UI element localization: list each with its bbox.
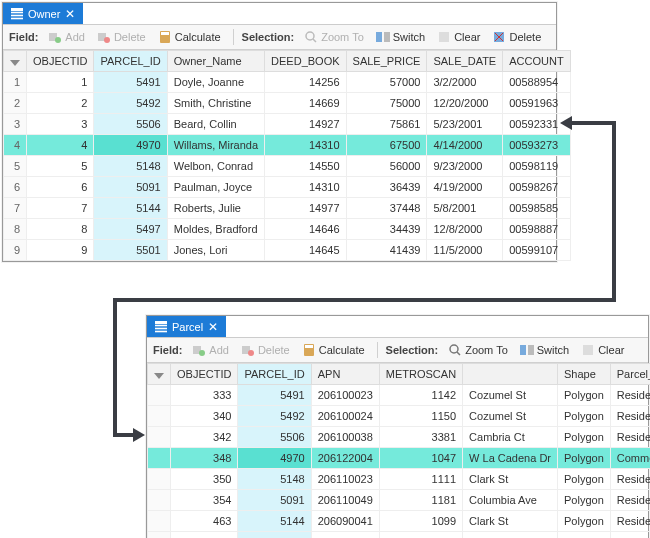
cell[interactable]: Beard, Collin: [167, 114, 264, 135]
cell[interactable]: Welbon, Conrad: [167, 156, 264, 177]
cell[interactable]: 00591963: [503, 93, 570, 114]
cell[interactable]: 464: [171, 532, 238, 539]
table-row[interactable]: 34255062061000383381Cambria CtPolygonRes…: [148, 427, 651, 448]
cell[interactable]: 5144: [94, 198, 167, 219]
column-header[interactable]: [463, 364, 558, 385]
cell[interactable]: 342: [171, 427, 238, 448]
cell[interactable]: Doyle, Joanne: [167, 72, 264, 93]
clear-button[interactable]: Clear: [433, 28, 484, 46]
cell[interactable]: Cambria Ct: [463, 427, 558, 448]
cell[interactable]: 1111: [379, 469, 462, 490]
switch-button[interactable]: Switch: [516, 341, 573, 359]
cell[interactable]: 206100029: [311, 532, 379, 539]
cell[interactable]: 1047: [379, 448, 462, 469]
cell[interactable]: 14550: [265, 156, 346, 177]
cell[interactable]: 14310: [265, 135, 346, 156]
column-header[interactable]: ACCOUNT: [503, 51, 570, 72]
cell[interactable]: Residential: [610, 490, 650, 511]
column-header[interactable]: OBJECTID: [27, 51, 94, 72]
table-row[interactable]: 46454972061000291111Cozumel StPolygonRes…: [148, 532, 651, 539]
column-header[interactable]: SALE_PRICE: [346, 51, 427, 72]
cell[interactable]: 14645: [265, 240, 346, 261]
cell[interactable]: 3: [27, 114, 94, 135]
cell[interactable]: 5491: [238, 385, 311, 406]
column-header[interactable]: Parcel_type: [610, 364, 650, 385]
cell[interactable]: 206100038: [311, 427, 379, 448]
delete-field-button[interactable]: Delete: [237, 341, 294, 359]
table-row[interactable]: 35051482061100231111Clark StPolygonResid…: [148, 469, 651, 490]
cell[interactable]: 4/19/2000: [427, 177, 503, 198]
cell[interactable]: 3/2/2000: [427, 72, 503, 93]
cell[interactable]: 1150: [379, 406, 462, 427]
cell[interactable]: Moldes, Bradford: [167, 219, 264, 240]
column-header[interactable]: OBJECTID: [171, 364, 238, 385]
cell[interactable]: 5492: [238, 406, 311, 427]
add-field-button[interactable]: Add: [188, 341, 233, 359]
table-row[interactable]: 34054922061000241150Cozumel StPolygonRes…: [148, 406, 651, 427]
cell[interactable]: 4970: [238, 448, 311, 469]
cell[interactable]: 11/5/2000: [427, 240, 503, 261]
cell[interactable]: 34439: [346, 219, 427, 240]
cell[interactable]: 1099: [379, 511, 462, 532]
table-row[interactable]: 46351442060900411099Clark StPolygonResid…: [148, 511, 651, 532]
cell[interactable]: 3381: [379, 427, 462, 448]
cell[interactable]: 206090041: [311, 511, 379, 532]
corner-header[interactable]: [4, 51, 27, 72]
table-row[interactable]: 665091Paulman, Joyce14310364394/19/20000…: [4, 177, 571, 198]
cell[interactable]: Commercial: [610, 448, 650, 469]
cell[interactable]: 1142: [379, 385, 462, 406]
cell[interactable]: 354: [171, 490, 238, 511]
switch-button[interactable]: Switch: [372, 28, 429, 46]
delete-field-button[interactable]: Delete: [93, 28, 150, 46]
cell[interactable]: 5/23/2001: [427, 114, 503, 135]
cell[interactable]: 00599107: [503, 240, 570, 261]
cell[interactable]: 00598887: [503, 219, 570, 240]
cell[interactable]: 37448: [346, 198, 427, 219]
calculate-button[interactable]: Calculate: [298, 341, 369, 359]
cell[interactable]: 2: [27, 93, 94, 114]
zoom-to-button[interactable]: Zoom To: [444, 341, 512, 359]
cell[interactable]: 1181: [379, 490, 462, 511]
cell[interactable]: Residential: [610, 532, 650, 539]
column-header[interactable]: Shape: [558, 364, 611, 385]
cell[interactable]: 5148: [94, 156, 167, 177]
cell[interactable]: 56000: [346, 156, 427, 177]
delete-sel-button[interactable]: Delete: [488, 28, 545, 46]
cell[interactable]: Jones, Lori: [167, 240, 264, 261]
parcel-tab[interactable]: Parcel ✕: [147, 316, 226, 337]
cell[interactable]: Polygon: [558, 532, 611, 539]
table-row[interactable]: 33354912061000231142Cozumel StPolygonRes…: [148, 385, 651, 406]
corner-header[interactable]: [148, 364, 171, 385]
cell[interactable]: 5497: [238, 532, 311, 539]
cell[interactable]: 00598585: [503, 198, 570, 219]
cell[interactable]: 1: [27, 72, 94, 93]
cell[interactable]: 00593273: [503, 135, 570, 156]
table-row[interactable]: 885497Moldes, Bradford146463443912/8/200…: [4, 219, 571, 240]
cell[interactable]: 5091: [238, 490, 311, 511]
cell[interactable]: 5: [27, 156, 94, 177]
cell[interactable]: Residential: [610, 406, 650, 427]
cell[interactable]: Paulman, Joyce: [167, 177, 264, 198]
cell[interactable]: 14669: [265, 93, 346, 114]
cell[interactable]: 00598267: [503, 177, 570, 198]
cell[interactable]: Polygon: [558, 385, 611, 406]
table-row[interactable]: 555148Welbon, Conrad14550560009/23/20000…: [4, 156, 571, 177]
table-row[interactable]: 335506Beard, Collin14927758615/23/200100…: [4, 114, 571, 135]
cell[interactable]: Willams, Miranda: [167, 135, 264, 156]
cell[interactable]: 6: [27, 177, 94, 198]
cell[interactable]: Clark St: [463, 511, 558, 532]
column-header[interactable]: SALE_DATE: [427, 51, 503, 72]
table-row[interactable]: 35450912061100491181Columbia AvePolygonR…: [148, 490, 651, 511]
cell[interactable]: 5497: [94, 219, 167, 240]
cell[interactable]: Roberts, Julie: [167, 198, 264, 219]
cell[interactable]: Polygon: [558, 406, 611, 427]
cell[interactable]: 5506: [238, 427, 311, 448]
cell[interactable]: 4: [27, 135, 94, 156]
column-header[interactable]: Owner_Name: [167, 51, 264, 72]
cell[interactable]: 350: [171, 469, 238, 490]
cell[interactable]: 333: [171, 385, 238, 406]
cell[interactable]: 41439: [346, 240, 427, 261]
cell[interactable]: 12/20/2000: [427, 93, 503, 114]
parcel-table[interactable]: OBJECTIDPARCEL_IDAPNMETROSCANShapeParcel…: [147, 363, 650, 538]
cell[interactable]: 9/23/2000: [427, 156, 503, 177]
